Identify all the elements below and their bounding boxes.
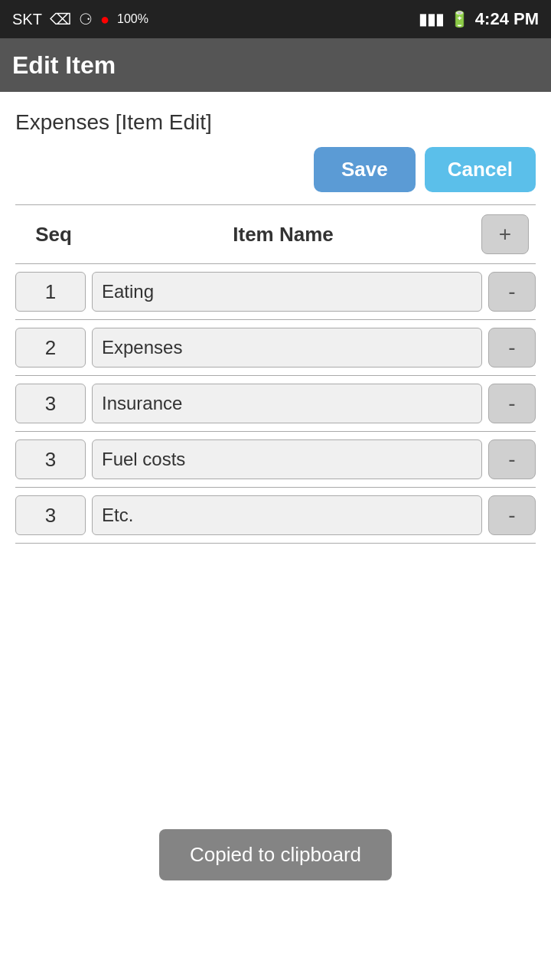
remove-item-button[interactable]: - xyxy=(488,328,536,368)
table-row: 2 - xyxy=(15,320,536,376)
name-cell[interactable] xyxy=(92,384,482,423)
usb-icon: ⌫ xyxy=(50,10,71,28)
seq-cell: 3 xyxy=(15,439,86,479)
action-row: Save Cancel xyxy=(15,147,536,192)
action-column-header: + xyxy=(474,214,536,254)
seq-cell: 1 xyxy=(15,272,86,312)
name-input[interactable] xyxy=(102,393,472,414)
title-bar: Edit Item xyxy=(0,38,551,92)
main-content: Expenses [Item Edit] Save Cancel Seq Ite… xyxy=(0,92,551,544)
status-bar-right: ▮▮▮ 🔋 4:24 PM xyxy=(419,9,539,29)
status-bar-left: SKT ⌫ ⚆ ● 100% xyxy=(12,10,148,28)
seq-cell: 2 xyxy=(15,328,86,368)
name-cell[interactable] xyxy=(92,328,482,368)
clipboard-toast: Copied to clipboard xyxy=(159,829,392,880)
table-row: 3 - xyxy=(15,432,536,488)
table-rows-container: 1 - 2 - 3 - 3 - 3 xyxy=(15,264,536,544)
remove-item-button[interactable]: - xyxy=(488,272,536,312)
name-cell[interactable] xyxy=(92,272,482,312)
battery-percent: 100% xyxy=(117,12,148,26)
name-input[interactable] xyxy=(102,505,472,526)
name-input[interactable] xyxy=(102,449,472,470)
record-icon: ● xyxy=(100,11,109,28)
add-item-button[interactable]: + xyxy=(481,214,529,254)
save-button[interactable]: Save xyxy=(314,147,416,192)
seq-cell: 3 xyxy=(15,384,86,423)
remove-item-button[interactable]: - xyxy=(488,495,536,535)
name-input[interactable] xyxy=(102,337,472,358)
table-row: 1 - xyxy=(15,264,536,320)
time-label: 4:24 PM xyxy=(475,9,539,29)
remove-item-button[interactable]: - xyxy=(488,384,536,423)
table-row: 3 - xyxy=(15,376,536,432)
table-header: Seq Item Name + xyxy=(15,205,536,264)
table-row: 3 - xyxy=(15,488,536,544)
battery-icon: 🔋 xyxy=(450,10,469,28)
name-cell[interactable] xyxy=(92,439,482,479)
signal-icon: ▮▮▮ xyxy=(419,10,444,28)
seq-cell: 3 xyxy=(15,495,86,535)
name-column-header: Item Name xyxy=(92,223,474,247)
seq-column-header: Seq xyxy=(15,223,92,247)
cancel-button[interactable]: Cancel xyxy=(425,147,536,192)
remove-item-button[interactable]: - xyxy=(488,439,536,479)
name-input[interactable] xyxy=(102,281,472,302)
image-icon: ⚆ xyxy=(79,10,93,28)
item-table: Seq Item Name + 1 - 2 - 3 - 3 xyxy=(15,204,536,544)
carrier-label: SKT xyxy=(12,11,42,28)
name-cell[interactable] xyxy=(92,495,482,535)
status-bar: SKT ⌫ ⚆ ● 100% ▮▮▮ 🔋 4:24 PM xyxy=(0,0,551,38)
page-subtitle: Expenses [Item Edit] xyxy=(15,110,536,135)
page-title-bar: Edit Item xyxy=(12,51,116,80)
